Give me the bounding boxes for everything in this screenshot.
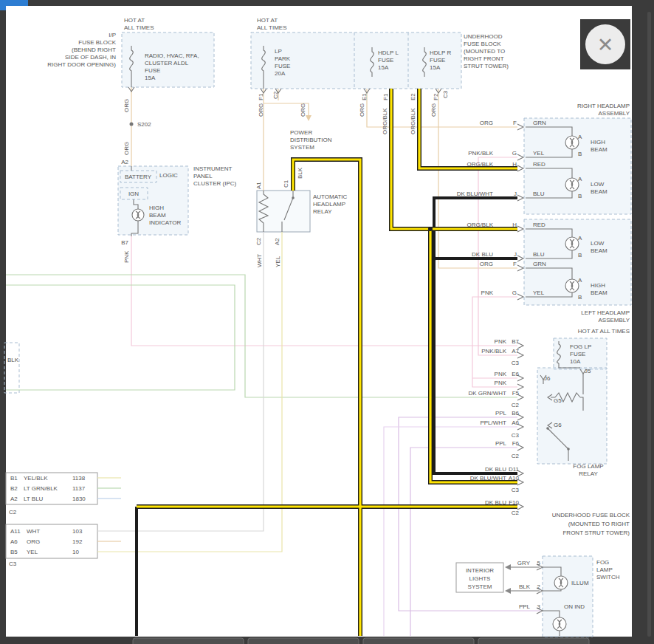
diagram-label: LIGHTS <box>469 575 491 582</box>
diagram-label: POWER <box>290 129 312 136</box>
relay-contact-dot <box>546 427 549 430</box>
diagram-label: DK BLU <box>472 251 493 258</box>
bottom-tab[interactable] <box>363 638 474 644</box>
diagram-label: HDLP R <box>430 49 451 56</box>
diagram-label: 1830 <box>72 496 86 502</box>
diagram-label: 192 <box>72 538 83 545</box>
diagram-label: 15A <box>145 75 156 81</box>
diagram-label: GRN <box>533 261 546 267</box>
scrollbar[interactable] <box>647 12 651 637</box>
diagram-label: ASSEMBLY <box>598 317 630 323</box>
diagram-label: RADIO, HVAC, RFA, <box>145 52 199 59</box>
diagram-label: GRN <box>533 120 546 126</box>
diagram-label: GRY <box>517 560 531 566</box>
diagram-label: F5 <box>512 390 520 397</box>
diagram-label: C3 <box>512 487 520 493</box>
diagram-label: J <box>514 251 517 258</box>
diagram-label: B1 <box>10 475 18 482</box>
bottom-tab[interactable] <box>133 638 244 644</box>
diagram-label: B2 <box>10 485 18 492</box>
diagram-label: 1138 <box>72 475 86 482</box>
diagram-label: BEAM <box>591 146 607 153</box>
diagram-label: BLK <box>297 167 303 179</box>
diagram-label: F2 <box>433 93 439 100</box>
diagram-label: PNK/BLK <box>468 150 493 157</box>
diagram-label: PPL <box>495 440 507 447</box>
diagram-label: 15A <box>430 64 441 71</box>
diagram-label: RIGHT FRONT <box>464 55 504 62</box>
diagram-label: ORG <box>123 142 130 155</box>
diagram-label: BATTERY <box>125 174 152 180</box>
diagram-label: LEFT HEADLAMP <box>581 309 630 316</box>
diagram-label: BLU <box>533 191 545 197</box>
diagram-label: E6 <box>512 371 519 377</box>
diagram-label: C3 <box>512 360 520 366</box>
diagram-label: WHT <box>27 528 40 535</box>
diagram-label: PNK/BLK <box>481 348 506 354</box>
diagram-label: FUSE <box>430 57 445 64</box>
diagram-label: 2 <box>537 583 541 590</box>
diagram-label: INDICATOR <box>149 219 181 226</box>
diagram-label: YEL <box>533 150 545 157</box>
diagram-label: 1137 <box>72 485 86 492</box>
diagram-label: B <box>578 151 582 157</box>
close-button[interactable]: ✕ <box>580 19 630 69</box>
diagram-label: YEL <box>533 290 545 296</box>
diagram-label: SWITCH <box>596 574 620 580</box>
diagram-label: (MOUNTED TO RIGHT <box>568 521 630 527</box>
diagram-label: INTERIOR <box>466 567 494 574</box>
diagram-label: C2 <box>272 91 279 99</box>
diagram-label: FRONT STRUT TOWER) <box>562 530 630 536</box>
diagram-label: BLK <box>519 583 531 590</box>
diagram-label: I/P <box>109 32 116 38</box>
diagram-label: A2 <box>121 159 128 165</box>
diagram-label: B7 <box>121 239 128 246</box>
diagram-label: F10 <box>509 499 519 506</box>
close-icon: ✕ <box>597 33 614 56</box>
diagram-label: HOT AT <box>257 17 278 24</box>
diagram-label: ORG <box>480 120 493 126</box>
diagram-label: G <box>512 150 517 157</box>
diagram-label: E1 <box>361 93 368 100</box>
diagram-label: ORG/BLK <box>410 108 416 134</box>
diagram-label: HDLP L <box>378 49 399 56</box>
diagram-label: BEAM <box>591 290 607 296</box>
bottom-tab[interactable] <box>478 638 589 644</box>
relay-contact-dot <box>567 448 570 451</box>
diagram-label: C2 <box>512 453 520 459</box>
diagram-label: PNK <box>495 338 507 345</box>
diagram-label: C2 <box>512 510 520 516</box>
diagram-label: BEAM <box>591 188 607 195</box>
diagram-label: PARK <box>275 55 291 62</box>
diagram-label: C2 <box>512 402 520 408</box>
diagram-label: ORG <box>258 103 264 117</box>
diagram-label: INSTRUMENT <box>193 165 233 172</box>
diagram-label: LAMP <box>596 566 613 573</box>
diagram-label: YEL/BLK <box>24 475 48 482</box>
diagram-label: BEAM <box>591 247 607 254</box>
bottom-tab[interactable] <box>248 638 359 644</box>
diagram-label: A7 <box>512 348 519 354</box>
diagram-label: FUSE <box>145 67 160 74</box>
diagram-label: BEAM <box>149 212 166 219</box>
diagram-label: C3 <box>512 432 520 439</box>
diagram-label: FOG LP <box>570 343 591 350</box>
diagram-label: A10 <box>509 475 520 482</box>
diagram-label: FOG LAMP <box>573 463 603 470</box>
diagram-label: UNDERHOOD <box>464 33 503 40</box>
diagram-label: FUSE BLOCK <box>78 39 116 46</box>
diagram-label: LOGIC <box>159 172 178 179</box>
diagram-label: 3 <box>537 603 541 610</box>
diagram-label: BLU <box>533 251 545 258</box>
diagram-label: ORG/BLK <box>467 161 493 168</box>
diagram-label: 20A <box>275 70 286 77</box>
diagram-label: RELAY <box>313 208 332 215</box>
diagram-label: E2 <box>410 93 416 100</box>
automatic-headlamp-relay-box <box>257 191 310 232</box>
diagram-label: A6 <box>512 419 519 426</box>
diagram-label: J5 <box>585 368 591 374</box>
diagram-label: HOT AT ALL TIMES <box>578 328 630 335</box>
diagram-label: C3 <box>442 90 449 98</box>
wiring-diagram: HOT ATALL TIMESI/PFUSE BLOCK(BEHIND RIGH… <box>0 0 654 644</box>
bulb-icon-illum <box>554 576 568 589</box>
